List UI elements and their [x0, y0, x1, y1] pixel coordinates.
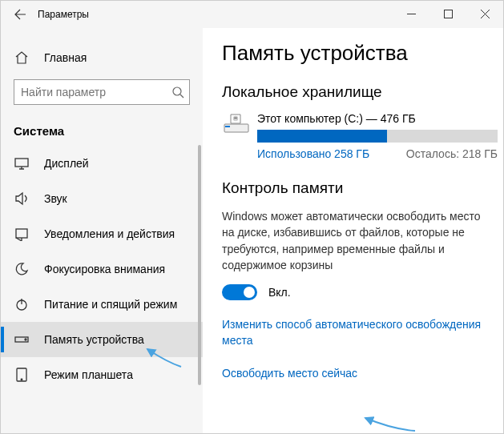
svg-rect-9: [224, 124, 248, 132]
sidebar-home[interactable]: Главная: [1, 44, 203, 71]
sound-icon: [14, 191, 30, 207]
search-box[interactable]: [14, 79, 190, 105]
minimize-icon: [407, 10, 416, 18]
window-title: Параметры: [38, 9, 89, 20]
drive-name: Этот компьютер (C:) — 476 ГБ: [257, 112, 498, 125]
sidebar-item-notifications[interactable]: Уведомления и действия: [1, 216, 203, 251]
sidebar: Главная Система Дисплей Звук: [1, 28, 203, 433]
notifications-icon: [14, 226, 30, 242]
search-input[interactable]: [21, 86, 171, 98]
sidebar-item-display[interactable]: Дисплей: [1, 146, 203, 181]
svg-point-6: [25, 339, 26, 340]
sidebar-item-label: Уведомления и действия: [44, 227, 175, 240]
svg-point-8: [21, 379, 22, 380]
svg-rect-0: [444, 10, 452, 18]
svg-rect-3: [16, 229, 27, 238]
sidebar-group-heading: Система: [1, 119, 203, 146]
change-auto-free-link[interactable]: Изменить способ автоматического освобожд…: [222, 316, 484, 349]
drive-used-link[interactable]: Использовано 258 ГБ: [257, 147, 369, 160]
toggle-state-label: Вкл.: [268, 286, 291, 299]
home-icon: [14, 50, 30, 65]
sidebar-item-label: Режим планшета: [44, 368, 133, 381]
svg-point-1: [173, 87, 181, 95]
svg-rect-2: [15, 159, 28, 167]
svg-rect-10: [225, 126, 230, 127]
free-space-now-link[interactable]: Освободить место сейчас: [222, 365, 484, 381]
local-storage-heading: Локальное хранилище: [222, 83, 484, 101]
arrow-left-icon: [14, 8, 26, 21]
search-icon: [171, 86, 184, 98]
sidebar-item-label: Дисплей: [44, 157, 89, 170]
back-button[interactable]: [7, 2, 33, 27]
sidebar-item-label: Питание и спящий режим: [44, 298, 177, 311]
content: Память устройства Локальное хранилище Эт…: [203, 28, 503, 433]
maximize-icon: [444, 10, 453, 18]
drive-free-label: Осталось: 218 ГБ: [406, 147, 498, 160]
sidebar-item-power[interactable]: Питание и спящий режим: [1, 287, 203, 322]
close-button[interactable]: [466, 1, 503, 26]
minimize-button[interactable]: [393, 1, 429, 26]
sidebar-item-label: Фокусировка внимания: [44, 263, 165, 275]
drive-icon: [224, 112, 249, 136]
storage-sense-description: Windows может автоматически освободить м…: [222, 208, 484, 273]
storage-sense-toggle[interactable]: [222, 284, 257, 300]
page-title: Память устройства: [222, 41, 484, 66]
maximize-button[interactable]: [429, 1, 466, 26]
sidebar-item-label: Звук: [44, 192, 67, 205]
sidebar-home-label: Главная: [44, 51, 87, 64]
sidebar-item-sound[interactable]: Звук: [1, 181, 203, 216]
close-icon: [481, 10, 490, 18]
focus-icon: [14, 261, 30, 277]
display-icon: [14, 155, 30, 171]
drive-block[interactable]: Этот компьютер (C:) — 476 ГБ Использован…: [222, 112, 484, 160]
storage-sense-heading: Контроль памяти: [222, 179, 484, 197]
window-controls: [393, 1, 503, 26]
storage-icon: [14, 332, 30, 348]
sidebar-item-focus[interactable]: Фокусировка внимания: [1, 251, 203, 287]
titlebar: Параметры: [1, 1, 503, 28]
sidebar-item-tablet[interactable]: Режим планшета: [1, 357, 203, 392]
drive-usage-bar: [257, 130, 498, 143]
power-icon: [14, 296, 30, 312]
svg-rect-12: [234, 117, 237, 119]
sidebar-scrollbar[interactable]: [198, 145, 201, 385]
tablet-icon: [14, 367, 30, 383]
sidebar-item-storage[interactable]: Память устройства: [1, 322, 203, 357]
sidebar-item-label: Память устройства: [44, 333, 144, 346]
